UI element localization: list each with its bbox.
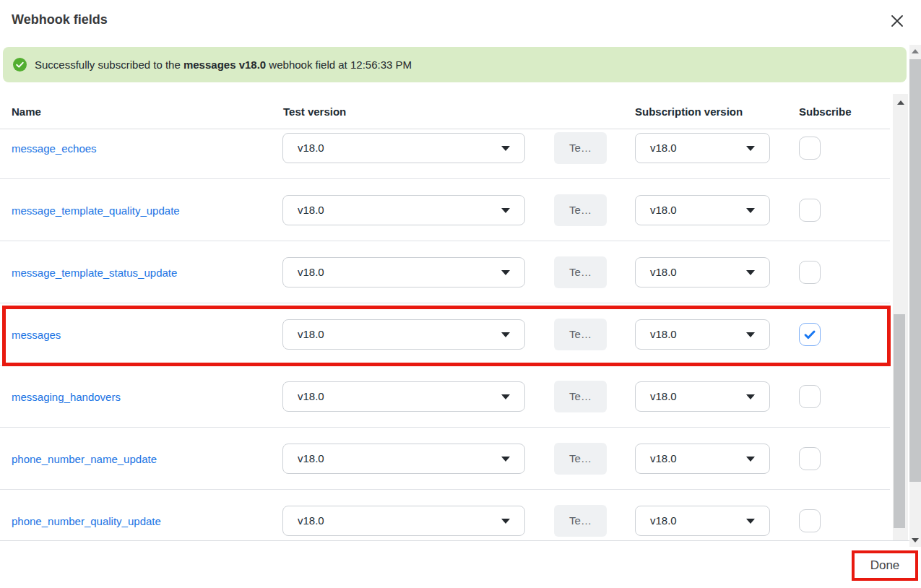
chevron-down-icon (501, 519, 510, 524)
test-version-select[interactable]: v18.0 (282, 506, 525, 536)
subscribe-checkbox[interactable] (799, 323, 821, 346)
test-button[interactable]: Te… (554, 505, 607, 537)
chevron-down-icon (501, 208, 510, 213)
success-check-icon (13, 58, 27, 72)
test-button[interactable]: Te… (554, 381, 607, 412)
field-name-link[interactable]: phone_number_name_update (12, 452, 157, 464)
table-body: message_echoes v18.0 Te… v18.0 message_t… (0, 129, 890, 540)
chevron-down-icon (746, 270, 755, 275)
test-button[interactable]: Te… (554, 319, 607, 350)
chevron-down-icon (501, 332, 510, 337)
close-icon (889, 13, 905, 29)
test-button[interactable]: Te… (554, 132, 607, 164)
scrollbar-thumb[interactable] (894, 314, 905, 528)
chevron-down-icon (746, 519, 755, 524)
subscribe-checkbox[interactable] (799, 509, 821, 532)
column-header-subscription-version: Subscription version (635, 105, 743, 118)
chevron-down-icon (501, 146, 510, 151)
subscription-version-select[interactable]: v18.0 (635, 444, 770, 474)
chevron-down-icon (746, 146, 755, 151)
chevron-down-icon (746, 394, 755, 399)
success-banner: Successfully subscribed to the messages … (3, 47, 907, 82)
dialog-footer (0, 540, 921, 588)
test-button[interactable]: Te… (554, 256, 607, 288)
test-version-select[interactable]: v18.0 (282, 195, 525, 225)
field-name-link[interactable]: message_template_status_update (12, 266, 177, 278)
table-row: phone_number_name_update v18.0 Te… v18.0 (0, 428, 890, 490)
chevron-down-icon (746, 208, 755, 213)
subscription-version-select[interactable]: v18.0 (635, 195, 770, 225)
subscription-version-select[interactable]: v18.0 (635, 133, 770, 163)
column-header-test-version: Test version (283, 105, 346, 118)
scroll-up-arrow-icon[interactable] (912, 49, 919, 53)
checkmark-icon (802, 327, 818, 342)
column-header-name: Name (12, 105, 41, 118)
dialog-title: Webhook fields (12, 12, 108, 27)
field-name-link[interactable]: message_echoes (12, 142, 97, 154)
subscribe-checkbox[interactable] (799, 385, 821, 408)
scroll-up-arrow-icon[interactable] (897, 100, 904, 105)
test-version-select[interactable]: v18.0 (282, 444, 525, 474)
table-header: Name Test version Subscription version S… (0, 96, 890, 129)
scroll-down-arrow-icon[interactable] (912, 538, 919, 542)
field-name-link[interactable]: messages (12, 328, 61, 340)
field-name-link[interactable]: messaging_handovers (12, 390, 121, 402)
test-version-select[interactable]: v18.0 (282, 257, 525, 287)
column-header-subscribe: Subscribe (799, 105, 852, 118)
done-button[interactable]: Done (855, 553, 915, 578)
close-button[interactable] (889, 13, 905, 29)
scrollbar-thumb[interactable] (909, 59, 921, 482)
table-scrollbar[interactable] (893, 94, 908, 540)
subscription-version-select[interactable]: v18.0 (635, 319, 770, 350)
test-version-select[interactable]: v18.0 (282, 319, 525, 350)
table-row: message_echoes v18.0 Te… v18.0 (0, 129, 890, 179)
table-row: message_template_quality_update v18.0 Te… (0, 179, 890, 241)
test-button[interactable]: Te… (554, 194, 607, 226)
subscription-version-select[interactable]: v18.0 (635, 257, 770, 287)
chevron-down-icon (501, 394, 510, 399)
dialog-scrollbar[interactable] (909, 45, 921, 547)
chevron-down-icon (501, 270, 510, 275)
test-version-select[interactable]: v18.0 (282, 133, 525, 163)
test-button[interactable]: Te… (554, 443, 607, 475)
subscription-version-select[interactable]: v18.0 (635, 381, 770, 412)
chevron-down-icon (746, 457, 755, 462)
subscription-version-select[interactable]: v18.0 (635, 506, 770, 536)
test-version-select[interactable]: v18.0 (282, 381, 525, 412)
chevron-down-icon (501, 457, 510, 462)
table-row: phone_number_quality_update v18.0 Te… v1… (0, 490, 890, 540)
field-name-link[interactable]: message_template_quality_update (12, 204, 180, 216)
chevron-down-icon (746, 332, 755, 337)
table-row: messages v18.0 Te… v18.0 (0, 303, 890, 366)
subscribe-checkbox[interactable] (799, 261, 821, 284)
subscribe-checkbox[interactable] (799, 137, 821, 160)
table-row: messaging_handovers v18.0 Te… v18.0 (0, 366, 890, 428)
field-name-link[interactable]: phone_number_quality_update (12, 514, 161, 527)
success-message: Successfully subscribed to the messages … (35, 59, 412, 71)
table-row: message_template_status_update v18.0 Te…… (0, 241, 890, 303)
subscribe-checkbox[interactable] (799, 447, 821, 470)
subscribe-checkbox[interactable] (799, 199, 821, 222)
